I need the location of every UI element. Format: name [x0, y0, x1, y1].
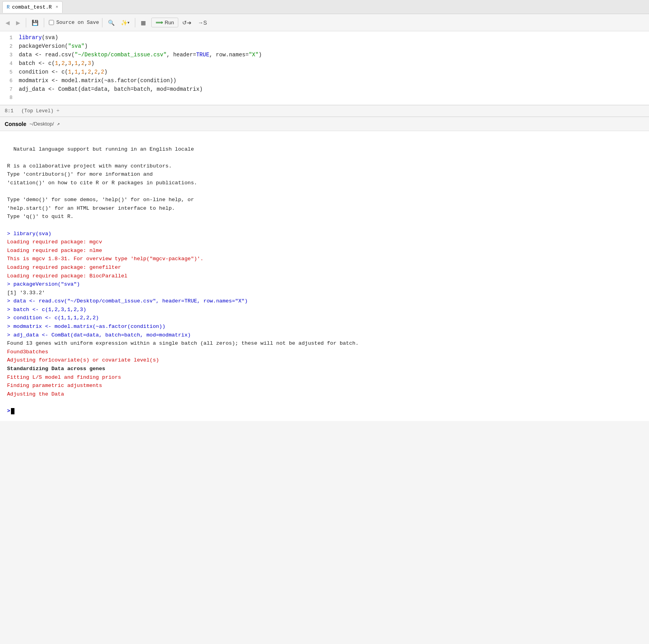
tab-label: combat_test.R — [12, 4, 52, 10]
cursor-position: 8:1 — [5, 108, 14, 114]
run-arrow-icon: ⟹ — [156, 20, 163, 25]
forward-icon: ▶ — [16, 20, 20, 26]
console-blank-1 — [7, 153, 642, 162]
back-button[interactable]: ◀ — [3, 18, 12, 27]
source-button[interactable]: → S — [195, 18, 209, 27]
run-label: Run — [165, 20, 174, 25]
line-num-3: 3 — [0, 51, 19, 59]
console-out-mgcvver: This is mgcv 1.8-31. For overview type '… — [7, 255, 642, 263]
wand-dropdown-icon: ▾ — [127, 20, 129, 25]
console-cmd-7: > adj_data <- ComBat(dat=data, batch=bat… — [7, 331, 642, 340]
console-output-6: 'help.start()' for an HTML browser inter… — [7, 204, 642, 213]
grid-icon: ▦ — [141, 20, 146, 26]
code-line-8: 8 — [0, 94, 649, 103]
line-content-3: data <- read.csv("~/Desktop/combat_issue… — [19, 51, 649, 59]
console-output-0 — [7, 137, 642, 145]
line-num-1: 1 — [0, 34, 19, 42]
console-cmd-3: > data <- read.csv("~/Desktop/combat_iss… — [7, 297, 642, 306]
toolbar-right-section: ⟹ Run ↺➔ → S — [151, 18, 209, 27]
console-body[interactable]: Natural language support but running in … — [0, 131, 649, 421]
line-num-2: 2 — [0, 43, 19, 50]
line-content-5: condition <- c(1,1,1,2,2,2) — [19, 68, 649, 77]
code-level: (Top Level) ÷ — [22, 108, 60, 114]
console-header: Console ~/Desktop/ ↗ — [0, 117, 649, 131]
console-out-adjusting: Adjusting the Data — [7, 390, 642, 399]
console-output-7: Type 'q()' to quit R. — [7, 212, 642, 221]
save-icon: 💾 — [32, 20, 38, 26]
rerun-icon: ↺➔ — [182, 20, 192, 26]
code-line-4: 4 batch <- c(1,2,3,1,2,3) — [0, 59, 649, 68]
console-cmd-6: > modmatrix <- model.matrix(~as.factor(c… — [7, 322, 642, 331]
console-blank-3 — [7, 221, 642, 230]
console-out-found3: Found3batches — [7, 348, 642, 356]
source-on-save-container: Source on Save — [49, 20, 99, 25]
tab-close-button[interactable]: × — [56, 5, 58, 9]
code-line-7: 7 adj_data <- ComBat(dat=data, batch=bat… — [0, 85, 649, 94]
forward-button[interactable]: ▶ — [14, 18, 23, 27]
r-file-icon: R — [7, 4, 10, 10]
status-bar: 8:1 (Top Level) ÷ — [0, 105, 649, 117]
code-lines-container: 1 library(sva) 2 packageVersion("sva") 3… — [0, 31, 649, 105]
line-num-6: 6 — [0, 77, 19, 85]
code-line-6: 6 modmatrix <- model.matrix(~as.factor(c… — [0, 77, 649, 85]
wand-button[interactable]: ✨ ▾ — [118, 18, 132, 27]
console-out-bioc: Loading required package: BiocParallel — [7, 272, 642, 281]
separator-1 — [26, 18, 26, 27]
run-button[interactable]: ⟹ Run — [151, 18, 178, 27]
file-tab[interactable]: R combat_test.R × — [2, 1, 63, 13]
console-out-finding: Finding parametric adjustments — [7, 381, 642, 390]
code-line-1: 1 library(sva) — [0, 34, 649, 42]
console-label: Console — [5, 121, 26, 127]
console-out-genefilter: Loading required package: genefilter — [7, 263, 642, 272]
back-icon: ◀ — [5, 20, 10, 26]
rerun-button[interactable]: ↺➔ — [180, 18, 194, 27]
editor-toolbar: ◀ ▶ 💾 Source on Save 🔍 ✨ ▾ ▦ ⟹ Run ↺➔ → … — [0, 14, 649, 31]
console-out-mgcv: Loading required package: mgcv — [7, 238, 642, 246]
line-content-6: modmatrix <- model.matrix(~as.factor(con… — [19, 77, 649, 85]
console-cmd-2: > packageVersion("sva") — [7, 280, 642, 289]
code-editor[interactable]: 1 library(sva) 2 packageVersion("sva") 3… — [0, 31, 649, 105]
console-blank-2 — [7, 187, 642, 196]
line-num-4: 4 — [0, 60, 19, 68]
source-on-save-label: Source on Save — [56, 20, 99, 25]
code-line-3: 3 data <- read.csv("~/Desktop/combat_iss… — [0, 51, 649, 59]
console-cmd-5: > condition <- c(1,1,1,2,2,2) — [7, 314, 642, 322]
console-cmd-1: > library(sva) — [7, 230, 642, 238]
line-content-7: adj_data <- ComBat(dat=data, batch=batch… — [19, 85, 649, 94]
console-out-adj1: Adjusting for1covariate(s) or covariate … — [7, 356, 642, 365]
separator-4 — [135, 18, 135, 27]
console-output-3: Type 'contributors()' for more informati… — [7, 170, 642, 179]
console-out-nlme: Loading required package: nlme — [7, 246, 642, 255]
console-out-std: Standardizing Data across genes — [7, 365, 642, 373]
console-output-5: Type 'demo()' for some demos, 'help()' f… — [7, 196, 642, 204]
wand-icon: ✨ — [121, 20, 127, 26]
console-path: ~/Desktop/ — [29, 121, 54, 127]
source-arrow-icon: → — [198, 20, 203, 26]
console-output-4: 'citation()' on how to cite R or R packa… — [7, 179, 642, 187]
console-output-1: Natural language support but running in … — [7, 145, 642, 154]
code-line-5: 5 condition <- c(1,1,1,2,2,2) — [0, 68, 649, 77]
line-content-2: packageVersion("sva") — [19, 42, 649, 51]
code-line-2: 2 packageVersion("sva") — [0, 42, 649, 51]
console-out-ver: [1] '3.33.2' — [7, 289, 642, 297]
source-on-save-checkbox[interactable] — [49, 20, 54, 25]
separator-3 — [102, 18, 102, 27]
line-content-1: library(sva) — [19, 34, 649, 42]
console-cursor — [11, 408, 14, 414]
search-icon: 🔍 — [108, 20, 115, 26]
grid-button[interactable]: ▦ — [138, 18, 148, 27]
line-num-8: 8 — [0, 94, 19, 102]
separator-2 — [44, 18, 44, 27]
console-cmd-4: > batch <- c(1,2,3,1,2,3) — [7, 306, 642, 314]
console-external-icon[interactable]: ↗ — [57, 121, 60, 127]
save-button[interactable]: 💾 — [29, 18, 41, 27]
console-out-found13: Found 13 genes with uniform expression w… — [7, 339, 642, 348]
line-num-5: 5 — [0, 68, 19, 76]
console-prompt-symbol: > — [7, 407, 10, 416]
line-num-7: 7 — [0, 86, 19, 94]
line-content-4: batch <- c(1,2,3,1,2,3) — [19, 59, 649, 68]
source-label: S — [203, 20, 207, 26]
console-blank-4 — [7, 398, 642, 407]
search-button[interactable]: 🔍 — [106, 18, 117, 27]
console-out-fitting: Fitting L/S model and finding priors — [7, 373, 642, 382]
